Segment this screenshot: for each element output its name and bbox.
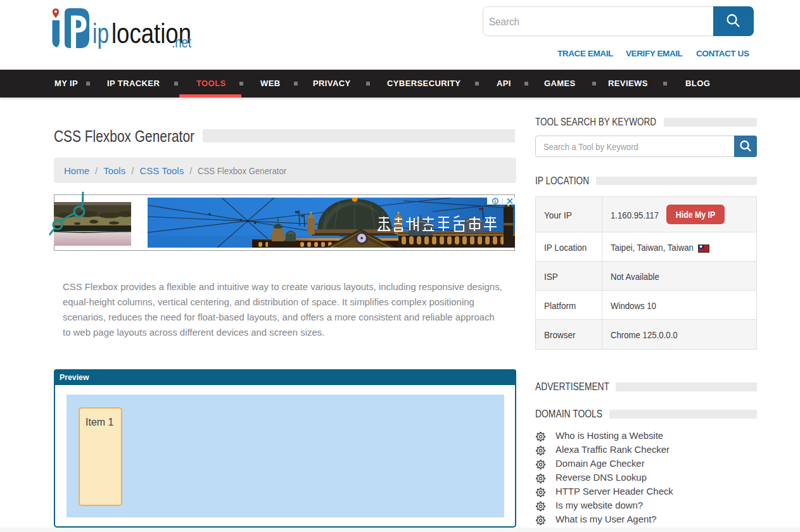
- svg-text:ADVERTISEMENT: ADVERTISEMENT: [535, 381, 609, 393]
- svg-text:CSS Flexbox Generator: CSS Flexbox Generator: [54, 127, 194, 146]
- svg-text:ip: ip: [92, 18, 109, 49]
- svg-text:DOMAIN TOOLS: DOMAIN TOOLS: [535, 408, 602, 420]
- svg-text:IP LOCATION: IP LOCATION: [535, 175, 589, 187]
- svg-text:.net: .net: [172, 34, 191, 51]
- svg-text:TOOL SEARCH BY KEYWORD: TOOL SEARCH BY KEYWORD: [535, 116, 656, 128]
